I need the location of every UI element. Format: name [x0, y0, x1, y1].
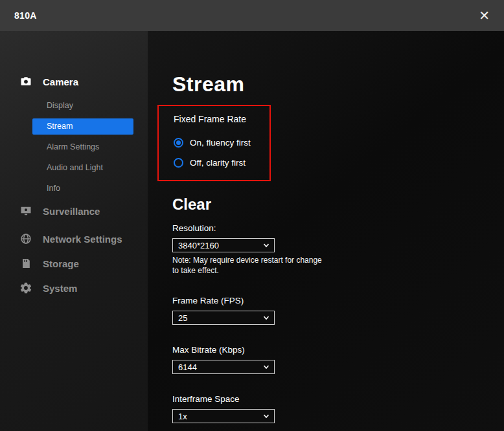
radio-option-label: On, fluency first [190, 138, 251, 148]
interframe-space-field: Interframe Space 1x [172, 394, 504, 423]
chevron-down-icon [262, 314, 270, 322]
main-content: Stream Fixed Frame Rate On, fluency firs… [148, 31, 504, 431]
max-bitrate-dropdown[interactable]: 6144 [172, 360, 275, 374]
fixed-frame-rate-label: Fixed Frame Rate [174, 114, 269, 124]
sidebar-item-label: Network Settings [43, 234, 122, 245]
sidebar-item-label: Camera [43, 76, 78, 87]
resolution-field: Resolution: 3840*2160 Note: May require … [172, 223, 504, 276]
sidebar-item-label: Surveillance [43, 206, 100, 217]
globe-icon [19, 232, 32, 245]
sidebar-item-audio-and-light[interactable]: Audio and Light [0, 157, 148, 178]
dropdown-value: 1x [178, 412, 187, 421]
page-title: Stream [172, 72, 504, 96]
sidebar-item-info[interactable]: Info [0, 178, 148, 199]
max-bitrate-label: Max Bitrate (Kbps) [172, 345, 504, 355]
frame-rate-field: Frame Rate (FPS) 25 [172, 296, 504, 325]
max-bitrate-field: Max Bitrate (Kbps) 6144 [172, 345, 504, 374]
chevron-down-icon [262, 412, 270, 420]
resolution-note: Note: May require device restart for cha… [172, 256, 328, 276]
chevron-down-icon [262, 363, 270, 371]
dropdown-value: 3840*2160 [178, 241, 219, 250]
sidebar-item-surveillance[interactable]: Surveillance [0, 201, 148, 221]
sidebar-subitem-label: Audio and Light [47, 163, 103, 172]
sidebar-subitem-label: Stream [32, 118, 133, 135]
close-icon[interactable]: ✕ [479, 9, 490, 22]
radio-unselected-icon [174, 158, 183, 168]
sidebar-item-network-settings[interactable]: Network Settings [0, 228, 148, 249]
window-title: 810A [14, 10, 37, 21]
camera-icon [19, 75, 32, 88]
interframe-space-dropdown[interactable]: 1x [172, 409, 275, 423]
resolution-label: Resolution: [172, 223, 504, 233]
sidebar: Camera Display Stream Alarm Settings Aud… [0, 31, 148, 431]
storage-icon [19, 257, 32, 270]
annotation-box: Fixed Frame Rate On, fluency first Off, … [157, 105, 271, 181]
sidebar-item-storage[interactable]: Storage [0, 253, 148, 274]
sidebar-item-label: System [43, 283, 77, 294]
dropdown-value: 6144 [178, 362, 197, 372]
sidebar-item-alarm-settings[interactable]: Alarm Settings [0, 137, 148, 157]
monitor-icon [19, 204, 32, 217]
radio-option-off-clarity-first[interactable]: Off, clarity first [174, 153, 269, 171]
sidebar-item-label: Storage [43, 258, 79, 269]
sidebar-item-system[interactable]: System [0, 278, 148, 298]
camera-submenu: Display Stream Alarm Settings Audio and … [0, 95, 148, 199]
radio-option-label: Off, clarity first [190, 158, 246, 168]
clear-section-title: Clear [172, 195, 504, 214]
titlebar: 810A ✕ [0, 0, 504, 31]
window-body: Camera Display Stream Alarm Settings Aud… [0, 31, 504, 431]
interframe-space-label: Interframe Space [172, 394, 504, 404]
sidebar-subitem-label: Info [47, 184, 60, 193]
sidebar-item-stream[interactable]: Stream [0, 116, 148, 137]
dropdown-value: 25 [178, 313, 187, 323]
frame-rate-dropdown[interactable]: 25 [172, 311, 275, 325]
chevron-down-icon [262, 241, 270, 249]
sidebar-item-display[interactable]: Display [0, 95, 148, 116]
sidebar-subitem-label: Display [47, 101, 73, 110]
sidebar-item-camera[interactable]: Camera [0, 72, 148, 91]
radio-selected-icon [174, 138, 183, 148]
resolution-dropdown[interactable]: 3840*2160 [172, 238, 275, 252]
sidebar-subitem-label: Alarm Settings [47, 142, 99, 151]
frame-rate-label: Frame Rate (FPS) [172, 296, 504, 305]
gear-icon [19, 282, 32, 294]
radio-option-on-fluency-first[interactable]: On, fluency first [174, 133, 269, 151]
